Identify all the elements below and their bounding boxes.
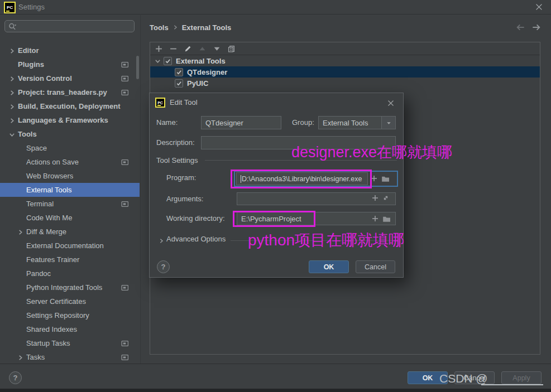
sidebar-item-tasks[interactable]: Tasks bbox=[0, 350, 140, 364]
tree-row-external-tools[interactable]: External Tools bbox=[150, 55, 540, 66]
sidebar-item-python-integrated-tools[interactable]: Python Integrated Tools bbox=[0, 280, 140, 294]
project-settings-badge-icon bbox=[121, 200, 128, 209]
sidebar-item-server-certificates[interactable]: Server Certificates bbox=[0, 294, 140, 308]
sidebar-scrollbar[interactable] bbox=[136, 56, 139, 79]
breadcrumb-external-tools[interactable]: External Tools bbox=[182, 23, 232, 32]
duplicate-icon[interactable] bbox=[228, 45, 235, 52]
sidebar-item-label: Project: trans_headers.py bbox=[18, 85, 107, 99]
group-select[interactable]: External Tools bbox=[318, 116, 396, 129]
chevron-right-icon[interactable] bbox=[9, 117, 15, 125]
sidebar-item-startup-tasks[interactable]: Startup Tasks bbox=[0, 336, 140, 350]
chevron-down-icon[interactable] bbox=[155, 58, 161, 64]
sidebar-item-pandoc[interactable]: Pandoc bbox=[0, 267, 140, 280]
back-arrow-icon[interactable] bbox=[516, 23, 525, 32]
search-icon bbox=[8, 22, 16, 30]
title-bar: PC Settings bbox=[0, 0, 551, 14]
tree-row-label: QTdesigner bbox=[187, 68, 227, 76]
group-dropdown-button[interactable] bbox=[381, 117, 395, 129]
sidebar-item-settings-repository[interactable]: Settings Repository bbox=[0, 308, 140, 322]
chevron-right-icon[interactable] bbox=[9, 75, 15, 84]
sidebar-item-label: Python Integrated Tools bbox=[26, 280, 102, 294]
sidebar-item-label: Space bbox=[26, 141, 47, 155]
breadcrumb-tools[interactable]: Tools bbox=[150, 23, 169, 32]
settings-apply-button[interactable]: Apply bbox=[501, 371, 542, 384]
sidebar-item-editor[interactable]: Editor bbox=[0, 43, 140, 57]
checkbox[interactable] bbox=[175, 79, 183, 88]
forward-arrow-icon[interactable] bbox=[532, 23, 541, 32]
window-bottom-edge bbox=[0, 389, 551, 392]
tool-settings-section-label: Tool Settings bbox=[156, 156, 198, 164]
sidebar-item-space[interactable]: Space bbox=[0, 141, 140, 155]
browse-folder-icon[interactable] bbox=[382, 215, 390, 222]
checkbox[interactable] bbox=[175, 68, 183, 76]
browse-folder-icon[interactable] bbox=[381, 175, 389, 182]
pycharm-logo-icon: PC bbox=[4, 2, 16, 13]
dialog-title: Edit Tool bbox=[170, 98, 198, 107]
sidebar-item-actions-on-save[interactable]: Actions on Save bbox=[0, 155, 140, 169]
settings-search-input[interactable] bbox=[4, 20, 135, 32]
project-settings-badge-icon bbox=[121, 75, 128, 84]
tools-toolbar bbox=[150, 42, 540, 55]
advanced-options-chevron-icon[interactable] bbox=[159, 238, 164, 244]
settings-window: PC Settings EditorPluginsVersion Control… bbox=[0, 0, 551, 392]
sidebar-item-project-trans-headers-py[interactable]: Project: trans_headers.py bbox=[0, 85, 140, 99]
edit-icon[interactable] bbox=[184, 45, 191, 52]
sidebar-item-plugins[interactable]: Plugins bbox=[0, 57, 140, 71]
dialog-cancel-button[interactable]: Cancel bbox=[356, 260, 395, 273]
sidebar-item-external-documentation[interactable]: External Documentation bbox=[0, 239, 140, 253]
move-down-icon[interactable] bbox=[213, 45, 221, 52]
window-close-icon[interactable] bbox=[535, 3, 543, 11]
move-up-icon bbox=[199, 45, 206, 52]
sidebar-item-label: Version Control bbox=[18, 71, 72, 85]
sidebar-item-web-browsers[interactable]: Web Browsers bbox=[0, 169, 140, 183]
sidebar-item-label: Server Certificates bbox=[26, 294, 86, 308]
workdir-label: Working directory: bbox=[166, 212, 225, 225]
remove-icon[interactable] bbox=[170, 45, 177, 52]
footer-divider bbox=[0, 364, 551, 364]
sidebar-item-code-with-me[interactable]: Code With Me bbox=[0, 211, 140, 225]
sidebar-item-label: Shared Indexes bbox=[26, 322, 77, 336]
sidebar-item-version-control[interactable]: Version Control bbox=[0, 71, 140, 85]
dialog-close-icon[interactable] bbox=[387, 100, 394, 107]
checkbox[interactable] bbox=[164, 57, 172, 65]
chevron-right-icon[interactable] bbox=[9, 103, 15, 112]
expand-field-icon[interactable] bbox=[382, 195, 389, 201]
sidebar-item-terminal[interactable]: Terminal bbox=[0, 197, 140, 211]
program-annotation-box bbox=[231, 170, 372, 188]
sidebar-item-diff-merge[interactable]: Diff & Merge bbox=[0, 225, 140, 239]
add-icon[interactable] bbox=[155, 45, 162, 52]
sidebar-item-label: Terminal bbox=[26, 197, 54, 211]
tree-row-label: PyUIC bbox=[187, 79, 208, 88]
dialog-ok-button[interactable]: OK bbox=[309, 260, 349, 273]
sidebar-item-label: Code With Me bbox=[26, 211, 72, 225]
breadcrumb: Tools External Tools bbox=[150, 22, 231, 32]
chevron-right-icon[interactable] bbox=[9, 47, 15, 56]
chevron-right-icon[interactable] bbox=[17, 229, 23, 237]
sidebar-item-label: Languages & Frameworks bbox=[18, 113, 108, 127]
sidebar-item-languages-frameworks[interactable]: Languages & Frameworks bbox=[0, 113, 140, 127]
sidebar-item-build-execution-deployment[interactable]: Build, Execution, Deployment bbox=[0, 99, 140, 113]
sidebar-item-label: Diff & Merge bbox=[26, 225, 66, 239]
chevron-down-icon[interactable] bbox=[9, 131, 15, 139]
insert-macro-icon[interactable] bbox=[372, 195, 378, 201]
chevron-right-icon[interactable] bbox=[9, 89, 15, 98]
sidebar-item-label: Startup Tasks bbox=[26, 336, 70, 350]
sidebar-item-features-trainer[interactable]: Features Trainer bbox=[0, 253, 140, 267]
history-nav bbox=[516, 23, 541, 32]
name-field[interactable]: QTdesigner bbox=[201, 116, 281, 129]
pycharm-logo-icon: PC bbox=[155, 98, 165, 108]
settings-help-button[interactable]: ? bbox=[9, 371, 22, 384]
tree-row-label: External Tools bbox=[176, 57, 226, 65]
sidebar-item-label: Editor bbox=[18, 43, 39, 57]
tree-row-pyuic[interactable]: PyUIC bbox=[150, 78, 540, 89]
insert-macro-icon[interactable] bbox=[372, 215, 378, 222]
sidebar-item-tools[interactable]: Tools bbox=[0, 127, 140, 141]
sidebar-item-label: Web Browsers bbox=[26, 169, 73, 183]
csdn-watermark-underline bbox=[481, 384, 543, 385]
dialog-help-button[interactable]: ? bbox=[157, 260, 170, 273]
chevron-right-icon[interactable] bbox=[17, 354, 23, 362]
sidebar-item-shared-indexes[interactable]: Shared Indexes bbox=[0, 322, 140, 336]
tree-row-qtdesigner[interactable]: QTdesigner bbox=[150, 66, 540, 78]
sidebar-item-external-tools[interactable]: External Tools bbox=[0, 183, 140, 197]
advanced-options-label[interactable]: Advanced Options bbox=[166, 234, 226, 245]
